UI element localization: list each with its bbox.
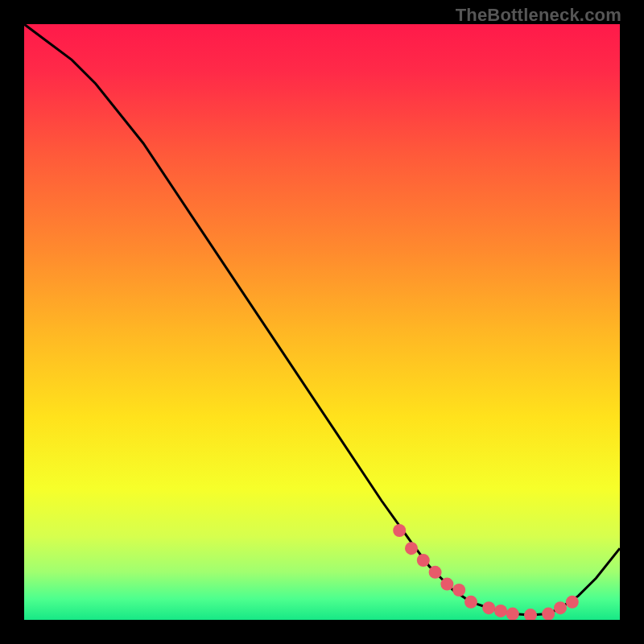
marker-dot [542, 608, 555, 620]
marker-dot [452, 584, 465, 597]
marker-dot [566, 596, 579, 609]
marker-dot [440, 578, 453, 591]
watermark-text: TheBottleneck.com [456, 5, 621, 26]
gradient-background [24, 24, 620, 620]
marker-dot [494, 605, 507, 617]
marker-dot [405, 542, 418, 555]
chart-svg [24, 24, 620, 620]
marker-dot [429, 566, 442, 579]
marker-dot [554, 601, 567, 614]
marker-dot [464, 596, 477, 609]
chart-frame: TheBottleneck.com [0, 0, 644, 644]
marker-dot [482, 601, 495, 614]
marker-dot [506, 608, 519, 620]
plot-area [24, 24, 620, 620]
marker-dot [417, 554, 430, 567]
marker-dot [393, 524, 406, 537]
